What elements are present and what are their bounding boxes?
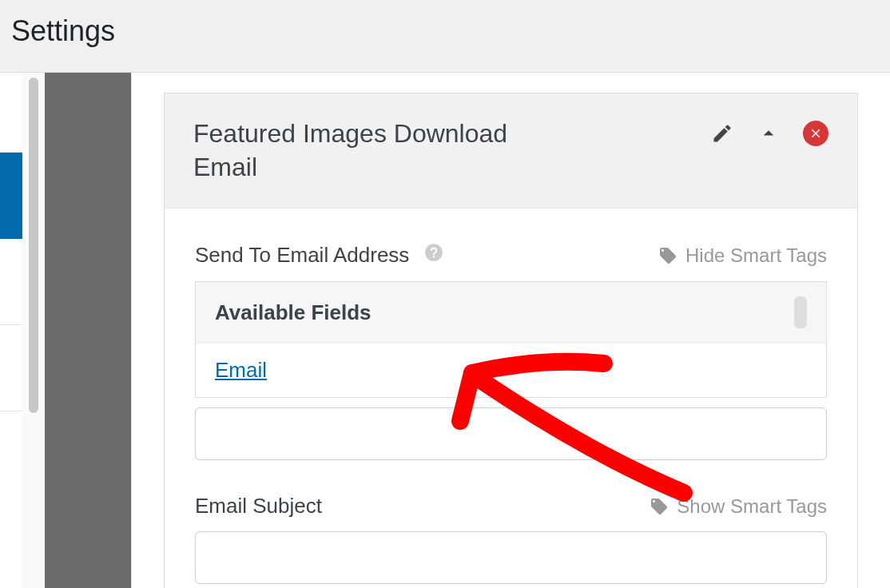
panel-header: Featured Images Download Email [165, 93, 857, 209]
hide-smart-tags-button[interactable]: Hide Smart Tags [658, 244, 827, 267]
collapse-icon[interactable] [757, 121, 781, 145]
field-row-sendto: Send To Email Address Hide Smart Tags [195, 242, 827, 268]
edit-icon[interactable] [710, 121, 734, 145]
page-title: Settings [11, 14, 879, 48]
available-fields-title: Available Fields [215, 300, 371, 325]
page-title-bar: Settings [0, 0, 890, 73]
subject-label-text: Email Subject [195, 494, 322, 518]
panel-actions [710, 117, 828, 146]
help-icon[interactable] [423, 242, 444, 268]
sidebar-rail [0, 73, 22, 588]
panel-body: Send To Email Address Hide Smart Tags Av… [165, 209, 857, 588]
sendto-input[interactable] [195, 407, 827, 460]
sidebar-tab[interactable] [0, 239, 22, 325]
field-label-sendto: Send To Email Address [195, 242, 444, 268]
field-label-subject: Email Subject [195, 494, 322, 518]
show-smart-tags-button[interactable]: Show Smart Tags [650, 495, 827, 518]
field-row-subject: Email Subject Show Smart Tags [195, 494, 827, 518]
sidebar-tab-active[interactable] [0, 153, 22, 239]
available-fields-box: Available Fields Email [195, 281, 827, 398]
tag-icon [658, 246, 677, 265]
subject-input[interactable] [195, 531, 827, 584]
sendto-label-text: Send To Email Address [195, 243, 409, 268]
sidebar-tab[interactable] [0, 73, 22, 153]
mini-scrollbar[interactable] [794, 296, 807, 328]
svg-point-0 [426, 244, 443, 261]
tag-icon [650, 497, 669, 516]
sidebar-tab[interactable] [0, 325, 22, 411]
hide-smart-tags-label: Hide Smart Tags [685, 244, 827, 267]
close-icon[interactable] [803, 121, 828, 146]
available-fields-body: Email [196, 344, 826, 397]
scrollbar-track[interactable] [22, 73, 45, 588]
available-fields-header: Available Fields [196, 282, 826, 344]
show-smart-tags-label: Show Smart Tags [677, 495, 827, 518]
sidebar-tab[interactable] [0, 411, 22, 498]
panel-backdrop [45, 73, 131, 588]
main-panel: Featured Images Download Email [131, 73, 890, 588]
scrollbar-thumb[interactable] [29, 77, 38, 413]
email-field-link[interactable]: Email [215, 358, 267, 382]
workspace: Featured Images Download Email [0, 73, 890, 588]
notification-panel: Featured Images Download Email [164, 93, 858, 588]
panel-title: Featured Images Download Email [193, 117, 577, 184]
